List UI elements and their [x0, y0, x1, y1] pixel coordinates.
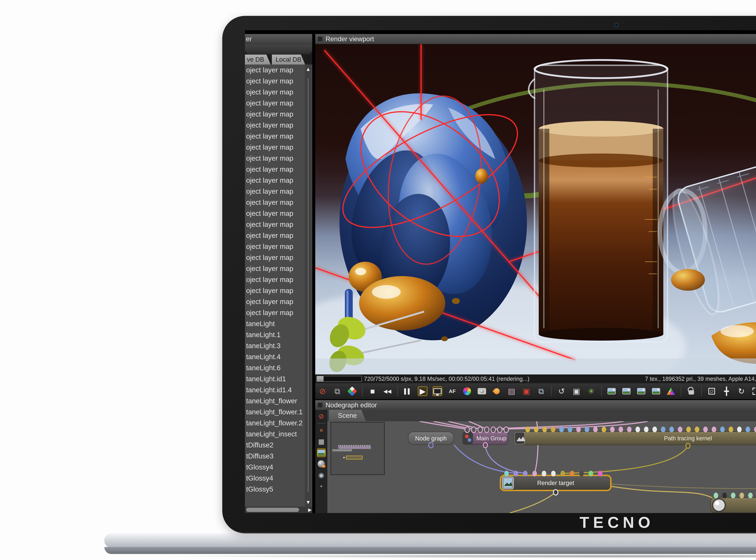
magic-wand-icon[interactable]: ✳	[586, 386, 596, 396]
node-port[interactable]	[532, 471, 537, 476]
list-item[interactable]: tGlossy5	[245, 484, 312, 495]
node-port[interactable]	[745, 426, 750, 432]
list-item[interactable]: oject layer map	[245, 285, 312, 296]
vertical-scrollbar[interactable]: ▲ ▼	[305, 64, 311, 507]
list-item[interactable]: oject layer map	[245, 164, 312, 175]
render-target-icon[interactable]	[317, 448, 326, 457]
list-item[interactable]: taneLight.6	[245, 362, 312, 373]
scroll-up-icon[interactable]: ▲	[305, 64, 311, 74]
node-port[interactable]	[714, 493, 718, 498]
node-node-graph[interactable]: Node graph	[408, 432, 453, 448]
gamut-image-icon[interactable]	[651, 386, 661, 396]
list-item[interactable]: oject layer map	[245, 241, 312, 252]
list-item[interactable]: oject layer map	[245, 219, 312, 230]
color-wheel-icon[interactable]	[462, 386, 472, 396]
node-port[interactable]	[471, 427, 476, 433]
node-diffuse-material[interactable]: Diffuse material	[711, 493, 756, 513]
list-item[interactable]: taneLight_flower.1	[245, 406, 312, 418]
export-image-icon[interactable]	[622, 386, 631, 396]
orbit-icon[interactable]: ↻	[736, 386, 746, 396]
node-port[interactable]	[498, 427, 502, 433]
node-port[interactable]	[731, 493, 735, 498]
list-item[interactable]: oject layer map	[245, 109, 312, 120]
autofocus-icon[interactable]: AF	[447, 386, 457, 396]
list-item[interactable]: tDiffuse3	[245, 451, 312, 462]
tab-scene[interactable]: Scene	[329, 410, 366, 421]
node-port[interactable]	[602, 426, 606, 432]
list-item[interactable]: oject layer map	[245, 98, 312, 109]
node-port[interactable]	[568, 426, 572, 432]
list-item[interactable]: oject layer map	[245, 175, 312, 186]
list-item[interactable]: oject layer map	[245, 64, 312, 76]
disable-render-icon[interactable]: ⊘	[318, 386, 327, 396]
node-port[interactable]	[598, 471, 603, 476]
save-image-icon[interactable]	[607, 386, 617, 396]
layout-grid-icon[interactable]: ▦	[317, 437, 326, 446]
list-item[interactable]: oject layer map	[245, 142, 312, 153]
list-item[interactable]: oject layer map	[245, 230, 312, 241]
copy-image-icon[interactable]: ⧉	[536, 386, 546, 396]
node-port[interactable]	[610, 426, 615, 432]
node-port[interactable]	[551, 426, 555, 432]
lock-open-icon[interactable]	[686, 386, 696, 396]
node-port[interactable]	[579, 471, 584, 476]
list-item[interactable]: oject layer map	[245, 197, 312, 208]
scrollbar-track[interactable]	[308, 78, 308, 492]
node-port[interactable]	[636, 426, 640, 432]
nodegraph-minimap[interactable]	[330, 422, 385, 475]
node-port[interactable]	[686, 426, 691, 432]
import-image-icon[interactable]	[636, 386, 646, 396]
list-item[interactable]: taneLight.4	[245, 351, 312, 362]
node-render-target[interactable]: Render target	[501, 471, 611, 495]
texture-disc-icon[interactable]: ◉	[317, 471, 326, 479]
list-item[interactable]: oject layer map	[245, 296, 312, 307]
node-port[interactable]	[551, 471, 556, 476]
scroll-right-icon[interactable]: ▶	[308, 507, 312, 513]
white-balance-icon[interactable]	[477, 386, 487, 396]
layers-icon[interactable]: ▣	[571, 386, 581, 396]
viewport-collapse-checkbox[interactable]	[317, 36, 323, 42]
reset-view-icon[interactable]: ↺	[557, 386, 566, 396]
list-item[interactable]: oject layer map	[245, 86, 312, 98]
node-port[interactable]	[542, 426, 547, 432]
pan-icon[interactable]: ╋	[722, 386, 731, 396]
node-port[interactable]	[534, 426, 538, 432]
node-port[interactable]	[748, 493, 753, 498]
list-item[interactable]: oject layer map	[245, 186, 312, 197]
list-item[interactable]: tDiffuse2	[245, 440, 312, 451]
red-picker-icon[interactable]: ▣	[522, 386, 531, 396]
rgb-diamond-icon[interactable]	[347, 386, 357, 396]
node-port[interactable]	[593, 426, 598, 432]
node-path-tracing-kernel[interactable]: Path tracing kernel	[514, 426, 756, 448]
node-port[interactable]	[729, 426, 733, 432]
nodegraph-canvas[interactable]: Node graph Main Group Path tracing kerne…	[327, 421, 756, 513]
node-port[interactable]	[661, 426, 665, 432]
list-item[interactable]: oject layer map	[245, 131, 312, 142]
node-port[interactable]	[504, 427, 508, 433]
node-port[interactable]	[513, 471, 518, 476]
list-item[interactable]: oject layer map	[245, 120, 312, 131]
list-item[interactable]: taneLight_flower.2	[245, 418, 312, 428]
list-item[interactable]: taneLight.3	[245, 340, 312, 351]
nav-cube-icon[interactable]	[707, 386, 717, 396]
node-port[interactable]	[576, 426, 581, 432]
node-port[interactable]	[561, 471, 565, 476]
node-port[interactable]	[478, 427, 483, 433]
list-item[interactable]: taneLight_insect	[245, 428, 312, 440]
list-item[interactable]: taneLight.id1	[245, 373, 312, 384]
node-port[interactable]	[678, 426, 682, 432]
node-port[interactable]	[722, 493, 727, 498]
node-port[interactable]	[703, 426, 708, 432]
realtime-monitor-icon[interactable]	[432, 386, 442, 396]
scroll-down-icon[interactable]: ▼	[305, 498, 311, 507]
db-item-list[interactable]: oject layer mapoject layer mapoject laye…	[245, 64, 312, 507]
node-port[interactable]	[619, 426, 623, 432]
list-item[interactable]: oject layer map	[245, 274, 312, 285]
node-port[interactable]	[712, 426, 716, 432]
node-port[interactable]	[588, 471, 593, 476]
node-port[interactable]	[559, 426, 564, 432]
node-port[interactable]	[739, 493, 744, 498]
list-item[interactable]: taneLight.1	[245, 329, 312, 340]
node-main-group[interactable]: Main Group	[463, 427, 508, 448]
list-item[interactable]: oject layer map	[245, 153, 312, 164]
